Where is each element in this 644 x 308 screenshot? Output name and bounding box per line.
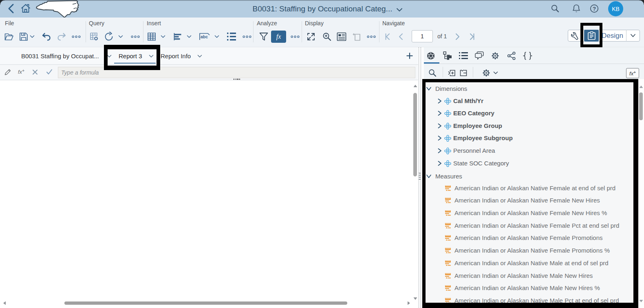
svg-text:?: ? [593,6,596,12]
svg-text:abc: abc [201,34,208,39]
